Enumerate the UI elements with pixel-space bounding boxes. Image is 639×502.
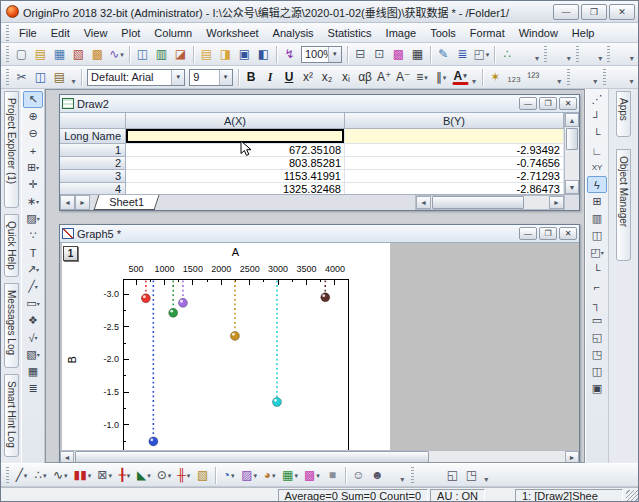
corner-header-cell[interactable] — [60, 113, 126, 129]
reset-column-icon[interactable]: ¹²³ — [525, 69, 542, 86]
save-project-icon[interactable]: ▣ — [236, 46, 253, 63]
merge-graphs-icon[interactable]: ▣ — [587, 380, 607, 397]
worksheet-title-bar[interactable]: Draw2 —❐✕ — [60, 95, 579, 113]
mask-points-icon[interactable]: ☺ — [350, 467, 367, 484]
extract-to-layers-icon[interactable]: ◳ — [587, 346, 607, 363]
scroll-left-icon[interactable]: ◄ — [416, 196, 431, 209]
data-point[interactable] — [149, 437, 158, 446]
data-point[interactable] — [141, 294, 150, 303]
graph-horizontal-scrollbar[interactable]: ◄ ► — [60, 450, 579, 463]
rescale-icon[interactable]: ⋰ — [587, 91, 607, 108]
selection-tool-icon[interactable]: ∗▾ — [23, 193, 43, 210]
box-plot-icon[interactable]: ╂▾ — [116, 467, 133, 484]
speed-mode-icon[interactable]: ϟ — [587, 176, 607, 193]
close-button[interactable]: ✕ — [559, 97, 577, 110]
data-point[interactable] — [178, 298, 187, 307]
text-tool-icon[interactable]: T — [23, 244, 43, 261]
column-plot-icon[interactable]: ▮▮▾ — [72, 467, 94, 484]
menu-item-window[interactable]: Window — [512, 25, 565, 41]
layer-lines-icon[interactable]: ≣ — [454, 46, 471, 63]
line-tool-icon[interactable]: ╱▾ — [23, 278, 43, 295]
data-point[interactable] — [230, 331, 239, 340]
extract-to-graphs-icon[interactable]: ◫ — [587, 363, 607, 380]
close-button[interactable]: ✕ — [609, 4, 635, 20]
toolbar-overflow-button[interactable]: ▾ — [591, 69, 600, 86]
video-icon[interactable]: ▦ — [409, 46, 426, 63]
toolbar-overflow-button[interactable]: ▾ — [69, 69, 78, 86]
menu-item-column[interactable]: Column — [147, 25, 199, 41]
insert-graph-icon[interactable]: ▧▾ — [23, 346, 43, 363]
column-width-icon[interactable]: ∥▾ — [433, 69, 450, 86]
worksheet-horizontal-scrollbar[interactable]: ◄ ► — [415, 195, 565, 210]
layer-management-icon[interactable]: ◰▾ — [587, 244, 607, 261]
data-point[interactable] — [169, 308, 178, 317]
new-graph-icon[interactable]: ▧ — [70, 46, 87, 63]
unmask-points-icon[interactable]: ☻ — [369, 467, 386, 484]
font-size-combo[interactable]: 9▾ — [189, 69, 232, 86]
digitize-icon[interactable]: ✎ — [435, 46, 452, 63]
exchange-xy-icon[interactable]: XY — [587, 159, 607, 176]
menu-item-format[interactable]: Format — [463, 25, 512, 41]
scrollbar-track[interactable] — [431, 196, 549, 209]
graph-window[interactable]: Graph5 * —❐✕ 1 5001000150020002500300035… — [59, 224, 580, 463]
sheet-next-icon[interactable]: ► — [75, 195, 90, 210]
print-icon[interactable]: ⊟ — [352, 46, 369, 63]
long-name-label[interactable]: Long Name — [60, 129, 126, 144]
new-matrix-icon[interactable]: ▩ — [89, 46, 106, 63]
cell-b[interactable]: -2.86473 — [345, 183, 564, 194]
greek-icon[interactable]: αβ — [357, 69, 374, 86]
scroll-up-icon[interactable]: ▲ — [565, 113, 579, 127]
mask-tool-icon[interactable]: ▨▾ — [23, 210, 43, 227]
dropdown-arrow-icon[interactable]: ▾ — [328, 47, 341, 62]
column-header-b[interactable]: B(Y) — [345, 113, 564, 129]
scroll-right-icon[interactable]: ► — [549, 196, 564, 209]
scrollbar-track[interactable] — [74, 451, 565, 463]
shape-tool-icon[interactable]: ▭▾ — [23, 295, 43, 312]
zoom-in-tool-icon[interactable]: ⊕ — [23, 108, 43, 125]
font-name-combo[interactable]: Default: Arial▾ — [87, 69, 185, 86]
add-inset-icon[interactable]: ▭ — [587, 312, 607, 329]
cut-icon[interactable]: ✂ — [13, 69, 30, 86]
title-bar[interactable]: OriginPro 2018 32-bit (Administrator) - … — [1, 1, 638, 23]
graph-title-bar[interactable]: Graph5 * —❐✕ — [60, 225, 579, 243]
menu-item-view[interactable]: View — [77, 25, 115, 41]
add-inset-data-icon[interactable]: ◱ — [587, 329, 607, 346]
menu-item-file[interactable]: File — [12, 25, 44, 41]
scrollbar-thumb[interactable] — [75, 451, 429, 463]
dock-tab-object-manager[interactable]: Object Manager — [616, 149, 631, 261]
underline-icon[interactable]: U — [281, 69, 298, 86]
cell-a[interactable]: 1325.32468 — [126, 183, 345, 194]
row-label[interactable]: 2 — [60, 157, 126, 170]
cell-a[interactable]: 1153.41991 — [126, 170, 345, 183]
toolbar-overflow-button[interactable]: ▾ — [533, 46, 542, 63]
scrollbar-thumb[interactable] — [432, 196, 524, 209]
restore-button[interactable]: ❐ — [539, 97, 557, 110]
special-plot-icon[interactable]: ▩▾ — [302, 467, 322, 484]
long-name-cell-b[interactable] — [345, 129, 564, 144]
toolbar-overflow-button[interactable]: ▾ — [627, 69, 636, 86]
3d-surface-icon[interactable]: ▨▾ — [239, 467, 259, 484]
new-function-plot-icon[interactable]: ∿▾ — [108, 46, 125, 63]
cascade-windows-icon[interactable]: ◱ — [444, 467, 461, 484]
minimize-button[interactable]: — — [519, 97, 537, 110]
cell-a[interactable]: 803.85281 — [126, 157, 345, 170]
paste-icon[interactable]: ▤ — [51, 69, 68, 86]
minimize-button[interactable]: — — [553, 4, 579, 20]
row-numbers-icon[interactable]: ₁₂₃ — [506, 69, 523, 86]
zoom-combo[interactable]: 100%▾ — [301, 46, 342, 63]
minimize-button[interactable]: — — [519, 227, 537, 240]
scatter-plot-icon[interactable]: ∴▾ — [32, 467, 49, 484]
axis-bottom-icon[interactable]: ┘ — [587, 108, 607, 125]
scrollbar-track[interactable] — [565, 151, 579, 180]
font-color-icon[interactable]: A▾ — [452, 69, 469, 85]
scroll-down-icon[interactable]: ▼ — [565, 180, 579, 194]
copy-page-icon[interactable]: ▩ — [390, 46, 407, 63]
align-icon[interactable]: ≡▾ — [414, 69, 431, 86]
save-template-icon[interactable]: ◧ — [255, 46, 272, 63]
menu-item-plot[interactable]: Plot — [114, 25, 147, 41]
add-xy-scale-icon[interactable]: ◫ — [587, 227, 607, 244]
row-label[interactable]: 3 — [60, 170, 126, 183]
menu-item-help[interactable]: Help — [565, 25, 602, 41]
scrollbar-thumb[interactable] — [566, 128, 578, 150]
superscript-icon[interactable]: x² — [300, 69, 317, 86]
